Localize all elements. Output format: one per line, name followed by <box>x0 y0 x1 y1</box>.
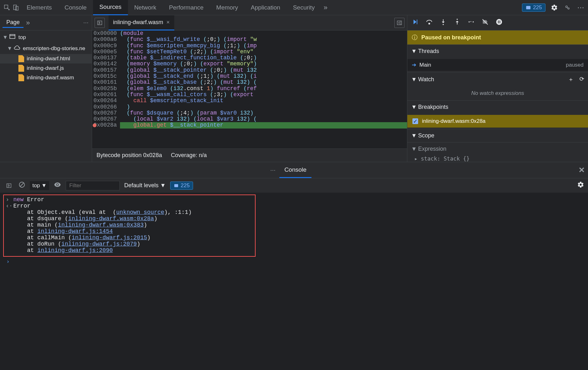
console-prompt[interactable]: › <box>3 257 585 267</box>
inspect-icon[interactable] <box>3 3 11 12</box>
scope-section-header[interactable]: ▼Scope <box>407 129 588 142</box>
more-tabs-icon[interactable]: » <box>324 3 327 12</box>
tree-file-label: inlining-dwarf.wasm <box>27 75 74 81</box>
watch-title: Watch <box>418 76 434 83</box>
svg-rect-26 <box>174 184 178 187</box>
breakpoints-section-header[interactable]: ▼Breakpoints <box>407 101 588 114</box>
tree-file-wasm[interactable]: inlining-dwarf.wasm <box>0 73 92 83</box>
coverage-status: Coverage: n/a <box>171 152 207 159</box>
console-filter-input[interactable] <box>66 181 120 190</box>
more-icon[interactable]: ⋯ <box>577 3 585 12</box>
tree-file-label: inlining-dwarf.js <box>27 65 64 71</box>
scope-title: Scope <box>418 132 434 139</box>
console-drawer: ⋯ Console ✕ top ▼ Default levels ▼ 225 <box>0 162 588 370</box>
drawer-tab-console[interactable]: Console <box>279 162 312 178</box>
tree-domain-label: emscripten-dbg-stories.ne <box>23 45 85 52</box>
tab-sources[interactable]: Sources <box>93 0 128 15</box>
file-tree: ▼ top ▼ emscripten-dbg-stories.ne inlini… <box>0 30 92 162</box>
breakpoint-row[interactable]: ✓ inlining-dwarf.wasm:0x28a <box>407 115 588 128</box>
step-into-button[interactable] <box>440 18 447 27</box>
tree-file-js[interactable]: inlining-dwarf.js <box>0 63 92 73</box>
context-selector[interactable]: top ▼ <box>30 181 49 190</box>
breakpoint-label: inlining-dwarf.wasm:0x28a <box>422 118 485 124</box>
tab-performance[interactable]: Performance <box>163 0 210 15</box>
svg-rect-6 <box>10 35 15 39</box>
tab-console[interactable]: Console <box>58 0 93 15</box>
navigator-menu-icon[interactable]: ⋯ <box>83 19 89 26</box>
debugger-toolbar <box>407 15 588 30</box>
editor-status-bar: Bytecode position 0x028a Coverage: n/a <box>92 149 407 162</box>
svg-point-14 <box>443 24 444 25</box>
thread-status: paused <box>566 62 584 68</box>
device-toggle-icon[interactable] <box>11 3 20 12</box>
console-toolbar: top ▼ Default levels ▼ 225 <box>0 178 588 193</box>
log-level-selector[interactable]: Default levels ▼ <box>124 182 166 189</box>
source-link[interactable]: inlining-dwarf.js:2015 <box>72 235 147 241</box>
step-over-button[interactable] <box>426 18 433 27</box>
navigator-more-icon[interactable]: » <box>26 19 30 27</box>
code-editor[interactable]: 0x000000x000a60x000c90x000e50x001370x001… <box>92 30 407 149</box>
clear-console-icon[interactable] <box>18 181 25 190</box>
step-out-button[interactable] <box>454 18 461 27</box>
expression-section-header[interactable]: ▼Expression <box>407 142 588 155</box>
tree-top-frame[interactable]: ▼ top <box>0 32 92 43</box>
debugger-pane: ⓘ Paused on breakpoint ▼Threads ➔ Main p… <box>407 15 588 162</box>
settings-icon[interactable] <box>550 3 559 12</box>
source-link[interactable]: inlining-dwarf.wasm:0x383 <box>58 222 144 228</box>
tab-memory[interactable]: Memory <box>210 0 244 15</box>
deactivate-breakpoints-button[interactable] <box>482 18 489 27</box>
step-button[interactable] <box>468 18 475 27</box>
live-expression-icon[interactable] <box>54 181 61 190</box>
toggle-console-sidebar-icon[interactable] <box>4 181 14 191</box>
tree-file-html[interactable]: inlining-dwarf.html <box>0 54 92 63</box>
breakpoint-checkbox[interactable]: ✓ <box>412 118 418 124</box>
tab-network[interactable]: Network <box>128 0 163 15</box>
source-link[interactable]: inlining-dwarf.js:2090 <box>37 247 113 254</box>
toggle-navigator-button[interactable] <box>95 18 105 28</box>
bytecode-position: Bytecode position 0x028a <box>97 152 162 159</box>
customize-icon[interactable] <box>563 3 572 12</box>
source-link[interactable]: inlining-dwarf.js:1454 <box>37 228 113 235</box>
drawer-menu-icon[interactable]: ⋯ <box>270 167 276 174</box>
thread-row[interactable]: ➔ Main paused <box>407 59 588 71</box>
resume-button[interactable] <box>412 18 419 27</box>
source-link[interactable]: inlining-dwarf.js:2079 <box>61 241 137 247</box>
tree-domain[interactable]: ▼ emscripten-dbg-stories.ne <box>0 43 92 54</box>
tab-application[interactable]: Application <box>244 0 287 15</box>
source-link[interactable]: inlining-dwarf.wasm:0x28a <box>68 215 154 222</box>
editor: inlining-dwarf.wasm × 0x000000x000a60x00… <box>92 15 407 162</box>
watch-section-header[interactable]: ▼Watch ＋⟳ <box>407 72 588 86</box>
add-watch-button[interactable]: ＋ <box>568 76 574 83</box>
current-thread-arrow-icon: ➔ <box>412 62 416 68</box>
source-link[interactable]: unknown source <box>116 209 164 215</box>
file-icon <box>18 65 24 72</box>
console-issues-badge[interactable]: 225 <box>170 182 193 190</box>
console-result: Error <box>13 203 30 209</box>
refresh-watch-button[interactable]: ⟳ <box>579 76 584 83</box>
svg-point-17 <box>473 21 474 23</box>
file-icon <box>18 55 24 62</box>
svg-point-15 <box>457 19 458 20</box>
navigator-tab-page[interactable]: Page <box>3 18 23 28</box>
svg-rect-21 <box>499 20 500 23</box>
tab-elements[interactable]: Elements <box>20 0 58 15</box>
pause-banner-text: Paused on breakpoint <box>421 34 481 41</box>
expression-line: ▸ stack: Stack {} <box>407 155 588 162</box>
frame-icon <box>9 33 16 42</box>
editor-tab[interactable]: inlining-dwarf.wasm × <box>109 15 174 30</box>
tree-file-label: inlining-dwarf.html <box>27 56 70 62</box>
breakpoints-title: Breakpoints <box>418 104 448 110</box>
svg-rect-3 <box>526 6 531 9</box>
console-issue-count: 225 <box>181 182 190 189</box>
console-settings-icon[interactable] <box>577 181 584 190</box>
close-drawer-icon[interactable]: ✕ <box>578 166 585 175</box>
file-icon <box>18 74 24 81</box>
threads-section-header[interactable]: ▼Threads <box>407 45 588 58</box>
close-tab-icon[interactable]: × <box>166 19 170 26</box>
console-output[interactable]: ›new new ErrorError ‹·Error at Object.ev… <box>0 193 588 370</box>
toggle-debugger-button[interactable] <box>394 18 404 28</box>
tab-security[interactable]: Security <box>287 0 321 15</box>
issues-badge[interactable]: 225 <box>522 3 545 12</box>
svg-point-13 <box>429 23 430 24</box>
pause-exceptions-button[interactable] <box>496 18 503 27</box>
